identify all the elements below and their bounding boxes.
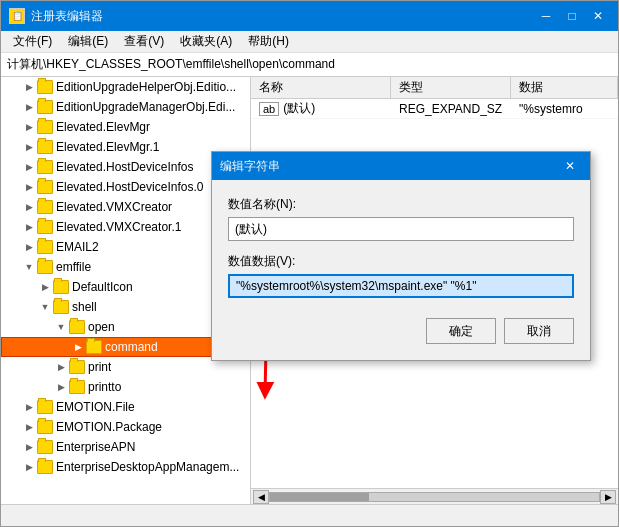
- scrollbar-thumb: [270, 493, 369, 501]
- tree-label-19: EnterpriseAPN: [56, 440, 135, 454]
- menu-favorites[interactable]: 收藏夹(A): [172, 31, 240, 52]
- tree-label-17: EMOTION.File: [56, 400, 135, 414]
- expand-icon-14[interactable]: ▶: [70, 339, 86, 355]
- expand-icon-13[interactable]: ▼: [53, 319, 69, 335]
- expand-icon-18[interactable]: ▶: [21, 419, 37, 435]
- folder-icon-20: [37, 460, 53, 474]
- tree-label-9: EMAIL2: [56, 240, 99, 254]
- close-button[interactable]: ✕: [586, 6, 610, 26]
- menu-edit[interactable]: 编辑(E): [60, 31, 116, 52]
- scrollbar-track[interactable]: [269, 492, 600, 502]
- folder-icon-3: [37, 120, 53, 134]
- tree-label-12: shell: [72, 300, 97, 314]
- scrollbar-area[interactable]: ◀ ▶: [251, 488, 618, 504]
- td-name: ab (默认): [251, 100, 391, 117]
- edit-string-dialog: 编辑字符串 ✕ 数值名称(N): 数值数据(V): 确定 取消: [211, 151, 591, 361]
- expand-icon-3[interactable]: ▶: [21, 119, 37, 135]
- menu-help[interactable]: 帮助(H): [240, 31, 297, 52]
- cancel-button[interactable]: 取消: [504, 318, 574, 344]
- folder-icon-12: [53, 300, 69, 314]
- menu-view[interactable]: 查看(V): [116, 31, 172, 52]
- scroll-left-button[interactable]: ◀: [253, 490, 269, 504]
- tree-item-editionupgrademanager[interactable]: ▶ EditionUpgradeManagerObj.Edi...: [1, 97, 250, 117]
- expand-icon-1[interactable]: ▶: [21, 79, 37, 95]
- row-name: (默认): [283, 100, 315, 117]
- expand-icon-4[interactable]: ▶: [21, 139, 37, 155]
- expand-icon-5[interactable]: ▶: [21, 159, 37, 175]
- expand-icon-19[interactable]: ▶: [21, 439, 37, 455]
- tree-label-5: Elevated.HostDeviceInfos: [56, 160, 193, 174]
- name-input[interactable]: [228, 217, 574, 241]
- tree-label-7: Elevated.VMXCreator: [56, 200, 172, 214]
- maximize-button[interactable]: □: [560, 6, 584, 26]
- data-input[interactable]: [228, 274, 574, 298]
- default-badge: ab: [259, 102, 279, 116]
- folder-icon-17: [37, 400, 53, 414]
- expand-icon-2[interactable]: ▶: [21, 99, 37, 115]
- expand-icon-6[interactable]: ▶: [21, 179, 37, 195]
- tree-label-13: open: [88, 320, 115, 334]
- tree-label-14: command: [105, 340, 158, 354]
- folder-icon-19: [37, 440, 53, 454]
- folder-icon-4: [37, 140, 53, 154]
- tree-label-18: EMOTION.Package: [56, 420, 162, 434]
- tree-label-4: Elevated.ElevMgr.1: [56, 140, 159, 154]
- tree-label-6: Elevated.HostDeviceInfos.0: [56, 180, 203, 194]
- menu-bar: 文件(F) 编辑(E) 查看(V) 收藏夹(A) 帮助(H): [1, 31, 618, 53]
- tree-item-elevated-elevmgr[interactable]: ▶ Elevated.ElevMgr: [1, 117, 250, 137]
- folder-icon-18: [37, 420, 53, 434]
- td-type: REG_EXPAND_SZ: [391, 102, 511, 116]
- expand-icon-20[interactable]: ▶: [21, 459, 37, 475]
- tree-item-emotion-package[interactable]: ▶ EMOTION.Package: [1, 417, 250, 437]
- menu-file[interactable]: 文件(F): [5, 31, 60, 52]
- th-type: 类型: [391, 77, 511, 98]
- folder-icon-1: [37, 80, 53, 94]
- tree-label-15: print: [88, 360, 111, 374]
- th-data: 数据: [511, 77, 618, 98]
- title-bar-left: 📋 注册表编辑器: [9, 8, 103, 25]
- ok-button[interactable]: 确定: [426, 318, 496, 344]
- tree-item-editionupgradehelper[interactable]: ▶ EditionUpgradeHelperObj.Editio...: [1, 77, 250, 97]
- tree-label-1: EditionUpgradeHelperObj.Editio...: [56, 80, 236, 94]
- scroll-right-button[interactable]: ▶: [600, 490, 616, 504]
- tree-item-enterpriseapn[interactable]: ▶ EnterpriseAPN: [1, 437, 250, 457]
- data-label: 数值数据(V):: [228, 253, 574, 270]
- expand-icon-10[interactable]: ▼: [21, 259, 37, 275]
- expand-icon-11[interactable]: ▶: [37, 279, 53, 295]
- folder-icon-13: [69, 320, 85, 334]
- title-controls: ─ □ ✕: [534, 6, 610, 26]
- table-header: 名称 类型 数据: [251, 77, 618, 99]
- tree-item-printto[interactable]: ▶ printto: [1, 377, 250, 397]
- table-row[interactable]: ab (默认) REG_EXPAND_SZ "%systemro: [251, 99, 618, 119]
- folder-icon-8: [37, 220, 53, 234]
- tree-label-20: EnterpriseDesktopAppManagem...: [56, 460, 239, 474]
- expand-icon-8[interactable]: ▶: [21, 219, 37, 235]
- folder-icon-7: [37, 200, 53, 214]
- folder-icon-11: [53, 280, 69, 294]
- expand-icon-15[interactable]: ▶: [53, 359, 69, 375]
- expand-icon-9[interactable]: ▶: [21, 239, 37, 255]
- folder-icon-15: [69, 360, 85, 374]
- tree-label-11: DefaultIcon: [72, 280, 133, 294]
- expand-icon-16[interactable]: ▶: [53, 379, 69, 395]
- window-title: 注册表编辑器: [31, 8, 103, 25]
- tree-item-enterprisedesktop[interactable]: ▶ EnterpriseDesktopAppManagem...: [1, 457, 250, 477]
- dialog-title: 编辑字符串: [220, 158, 280, 175]
- dialog-title-bar: 编辑字符串 ✕: [212, 152, 590, 180]
- address-bar: 计算机\HKEY_CLASSES_ROOT\emffile\shell\open…: [1, 53, 618, 77]
- status-bar: [1, 504, 618, 526]
- expand-icon-7[interactable]: ▶: [21, 199, 37, 215]
- dialog-buttons: 确定 取消: [228, 318, 574, 344]
- tree-label-10: emffile: [56, 260, 91, 274]
- tree-label-2: EditionUpgradeManagerObj.Edi...: [56, 100, 235, 114]
- folder-icon-16: [69, 380, 85, 394]
- app-icon: 📋: [9, 8, 25, 24]
- main-window: 📋 注册表编辑器 ─ □ ✕ 文件(F) 编辑(E) 查看(V) 收藏夹(A) …: [0, 0, 619, 527]
- expand-icon-12[interactable]: ▼: [37, 299, 53, 315]
- minimize-button[interactable]: ─: [534, 6, 558, 26]
- dialog-close-button[interactable]: ✕: [558, 156, 582, 176]
- tree-item-emotion-file[interactable]: ▶ EMOTION.File: [1, 397, 250, 417]
- expand-icon-17[interactable]: ▶: [21, 399, 37, 415]
- folder-icon-5: [37, 160, 53, 174]
- tree-label-3: Elevated.ElevMgr: [56, 120, 150, 134]
